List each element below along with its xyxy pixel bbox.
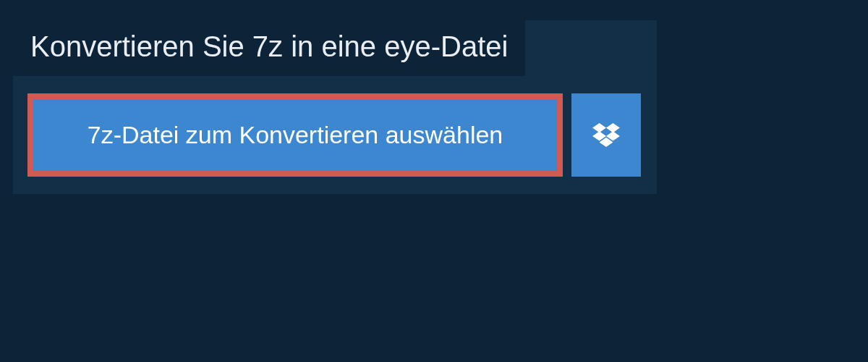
dropbox-icon [592, 123, 620, 148]
select-file-button-label: 7z-Datei zum Konvertieren auswählen [88, 121, 503, 149]
header-row: Konvertieren Sie 7z in eine eye-Datei [13, 20, 657, 76]
button-row: 7z-Datei zum Konvertieren auswählen [13, 76, 657, 194]
dropbox-button[interactable] [571, 93, 641, 177]
converter-panel: Konvertieren Sie 7z in eine eye-Datei 7z… [13, 20, 657, 194]
select-file-button[interactable]: 7z-Datei zum Konvertieren auswählen [27, 93, 563, 177]
page-title: Konvertieren Sie 7z in eine eye-Datei [30, 30, 508, 63]
heading-container: Konvertieren Sie 7z in eine eye-Datei [13, 20, 525, 76]
